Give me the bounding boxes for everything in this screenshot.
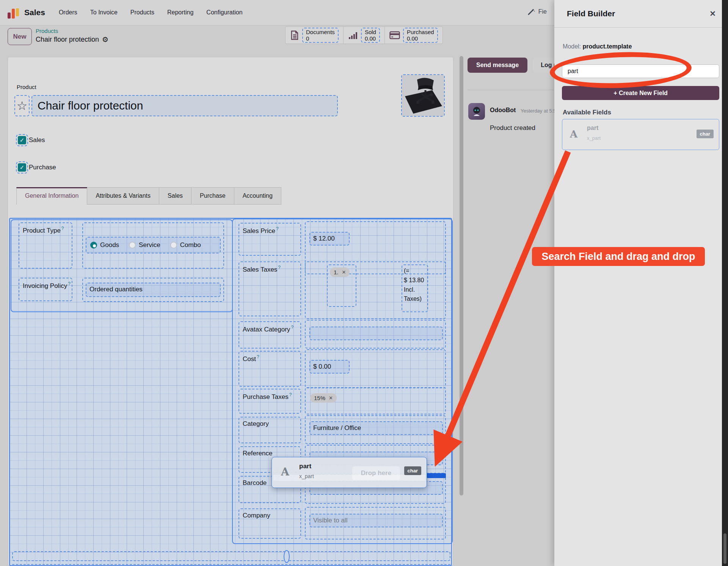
breadcrumb-current: Chair floor protection: [36, 36, 99, 44]
nav-item-to-invoice[interactable]: To Invoice: [90, 9, 118, 16]
app-name[interactable]: Sales: [24, 8, 45, 17]
field-type-badge: char: [697, 130, 714, 138]
dragged-field-card[interactable]: A part x_part Drop here char: [271, 457, 427, 488]
logo-bar-2: [12, 9, 15, 19]
nav-item-orders[interactable]: Orders: [59, 9, 77, 16]
help-icon: ?: [61, 226, 64, 231]
favorite-star[interactable]: ☆: [14, 95, 30, 116]
stat-value: 0.00: [407, 35, 434, 42]
field-search-input[interactable]: [562, 64, 719, 78]
message-author[interactable]: OdooBot: [490, 107, 516, 114]
sales-toggle-label: Sales: [29, 136, 45, 144]
checkbox-checked-icon: ✓: [18, 163, 26, 172]
product-name-field[interactable]: Chair floor protection: [31, 95, 338, 116]
sales-taxes-field[interactable]: 1.✕ (= $ 13.80 Incl. Taxes): [305, 261, 446, 319]
dragged-field-technical: x_part: [299, 473, 314, 479]
gear-icon[interactable]: ⚙: [102, 35, 108, 44]
sales-taxes-label[interactable]: Sales Taxes?: [238, 261, 301, 316]
field-builder-panel: Field Builder ✕ Model: product.template …: [554, 0, 728, 566]
edge-scrollbar-thumb[interactable]: [723, 533, 726, 564]
nav-item-reporting[interactable]: Reporting: [167, 9, 193, 16]
stat-documents[interactable]: Documents 0: [286, 27, 344, 44]
product-type-field[interactable]: Goods Service Combo: [82, 222, 224, 269]
new-button[interactable]: New: [8, 28, 32, 45]
bar-chart-icon: [348, 31, 358, 40]
robot-face-icon: [471, 106, 482, 117]
sales-toggle[interactable]: ✓ Sales: [16, 134, 45, 146]
tab-accounting[interactable]: Accounting: [234, 187, 281, 205]
stat-label: Documents: [306, 29, 335, 35]
stat-value: 0.00: [365, 35, 376, 42]
tab-general-information[interactable]: General Information: [16, 187, 87, 205]
company-field[interactable]: Visible to all: [305, 507, 446, 539]
breadcrumb-parent[interactable]: Products: [36, 28, 108, 34]
company-label[interactable]: Company: [238, 508, 301, 539]
close-icon[interactable]: ✕: [709, 9, 716, 18]
form-tabs: General Information Attributes & Variant…: [16, 187, 281, 205]
help-icon: ?: [68, 281, 71, 286]
radio-service[interactable]: [129, 242, 136, 249]
product-type-label[interactable]: Product Type?: [19, 222, 72, 269]
cost-field[interactable]: $ 0.00: [305, 349, 446, 388]
help-icon: ?: [276, 226, 279, 231]
remove-tax-icon[interactable]: ✕: [329, 395, 333, 401]
radio-goods[interactable]: [90, 242, 97, 249]
field-technical-name: x_part: [587, 135, 601, 141]
tax-included-note: (= $ 13.80 Incl. Taxes): [402, 264, 428, 312]
category-field[interactable]: Furniture / Office: [305, 415, 446, 444]
purchase-taxes-field[interactable]: 15%✕: [305, 387, 446, 414]
left-field-group: Product Type? Goods Service Combo Invoic…: [11, 219, 233, 312]
stat-label: Purchased: [407, 29, 434, 35]
create-new-field-button[interactable]: + Create New Field: [562, 86, 719, 100]
tab-attributes-variants[interactable]: Attributes & Variants: [87, 187, 159, 205]
invoicing-policy-field[interactable]: Ordered quantities: [82, 278, 224, 302]
invoicing-policy-label[interactable]: Invoicing Policy?: [19, 278, 72, 301]
strip-handle[interactable]: [284, 550, 290, 563]
studio-edit-overlay: Product Type? Goods Service Combo Invoic…: [9, 218, 452, 566]
available-field-part[interactable]: A part x_part char: [562, 119, 719, 150]
remove-tax-icon[interactable]: ✕: [342, 269, 346, 275]
notebook-drop-strip[interactable]: [12, 551, 450, 561]
sales-tax-tag[interactable]: 1.✕: [330, 267, 350, 277]
stat-purchased[interactable]: Purchased 0.00: [385, 27, 442, 44]
nav-item-products[interactable]: Products: [130, 9, 154, 16]
avatax-category-label[interactable]: Avatax Category?: [238, 321, 301, 349]
right-field-group: Sales Price? $ 12.00 Sales Taxes? 1.✕ (=…: [232, 219, 453, 544]
purchase-tax-tag[interactable]: 15%✕: [310, 393, 337, 403]
main-scrollbar[interactable]: [460, 56, 463, 496]
send-message-button[interactable]: Send message: [468, 58, 527, 73]
purchase-toggle[interactable]: ✓ Purchase: [16, 161, 56, 174]
radio-service-label: Service: [139, 241, 160, 249]
purchase-taxes-label[interactable]: Purchase Taxes?: [238, 389, 301, 414]
tab-sales[interactable]: Sales: [159, 187, 191, 205]
help-icon: ?: [278, 265, 281, 270]
logo-bar-3: [16, 8, 19, 16]
dragged-field-name: part: [299, 463, 311, 470]
message-body: Product created: [490, 124, 535, 132]
cost-value: $ 0.00: [309, 360, 350, 374]
product-name: Chair floor protection: [32, 99, 143, 112]
message-timestamp: Yesterday at 5:5: [521, 108, 556, 114]
breadcrumb: Products Chair floor protection ⚙: [36, 28, 108, 44]
field-type-badge: char: [404, 466, 421, 475]
credit-card-icon: [389, 31, 400, 39]
nav-item-configuration[interactable]: Configuration: [206, 9, 242, 16]
sales-app-icon[interactable]: [8, 6, 20, 19]
stat-sold[interactable]: Sold 0.00: [344, 27, 385, 44]
category-value: Furniture / Office: [309, 421, 443, 435]
category-label[interactable]: Category: [238, 417, 301, 443]
stat-value: 0: [306, 35, 335, 42]
tab-purchase[interactable]: Purchase: [191, 187, 234, 205]
product-image[interactable]: [401, 74, 445, 117]
available-fields-title: Available Fields: [563, 109, 611, 116]
cost-label[interactable]: Cost?: [238, 351, 301, 387]
avatax-category-field[interactable]: [305, 320, 446, 349]
bottom-drop-line: [12, 564, 450, 565]
annotation-callout: Search Field and drag and drop: [532, 247, 705, 266]
panel-title: Field Builder: [567, 9, 615, 18]
help-icon: ?: [291, 325, 293, 330]
char-type-icon: A: [570, 128, 577, 140]
help-icon: ?: [289, 392, 292, 397]
sales-price-label[interactable]: Sales Price?: [238, 223, 301, 256]
radio-combo[interactable]: [170, 242, 177, 249]
